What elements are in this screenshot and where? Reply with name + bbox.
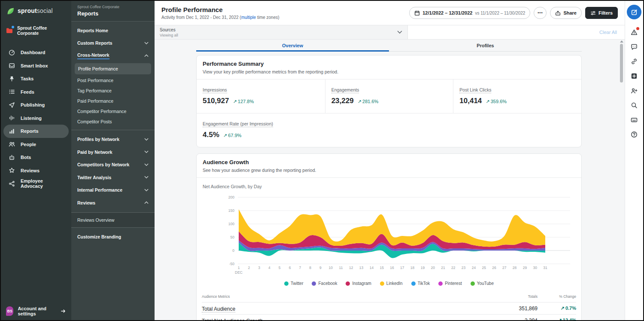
metric-label[interactable]: Post Link Clicks — [459, 87, 491, 93]
svg-text:DEC: DEC — [235, 270, 243, 275]
legend-item-tiktok[interactable]: TikTok — [411, 281, 430, 286]
legend-item-pinterest[interactable]: Pinterest — [438, 281, 462, 286]
reports-section-reports-home[interactable]: Reports Home — [71, 24, 155, 37]
sidebar-item-label: Publishing — [21, 102, 45, 107]
sidebar-item-feeds[interactable]: Feeds — [3, 86, 69, 99]
reports-section-paid-by-network[interactable]: Paid by Network — [71, 146, 155, 159]
reports-entry-label: Internal Performance — [77, 187, 122, 193]
avatar: BS — [6, 306, 13, 316]
legend-label: Instagram — [352, 281, 371, 286]
sidebar-item-dashboard[interactable]: Dashboard — [3, 46, 69, 59]
divider — [71, 227, 155, 228]
sprout-logo[interactable]: sproutsocial — [1, 1, 71, 19]
reports-item-reviews-overview[interactable]: Reviews Overview — [71, 213, 155, 227]
metric-label[interactable]: Engagements — [331, 87, 359, 93]
invite-button[interactable] — [631, 83, 638, 98]
chart-label: Net Audience Growth, by Day — [197, 178, 581, 189]
filters-button[interactable]: Filters — [585, 7, 618, 19]
metric-label[interactable]: Impressions — [203, 87, 227, 93]
sidebar-item-bots[interactable]: Bots — [3, 151, 69, 164]
date-range-picker[interactable]: 12/1/2022 – 12/31/2022 vs 11/1/2022 – 11… — [409, 7, 530, 19]
svg-text:27: 27 — [502, 266, 507, 270]
legend-label: Facebook — [318, 281, 337, 286]
share-button[interactable]: Share — [550, 7, 582, 19]
reports-item-profile-performance[interactable]: Profile Performance — [75, 63, 151, 74]
help-button[interactable] — [631, 127, 638, 142]
sidebar-item-label: Employee Advocacy — [21, 178, 65, 189]
summary-description: View your key profile performance metric… — [203, 69, 575, 74]
row-metric-label[interactable]: Total Net Audience Growth — [202, 318, 263, 321]
legend-item-youtube[interactable]: YouTube — [471, 281, 494, 286]
sidebar-item-reports[interactable]: Reports — [3, 125, 69, 138]
reports-entry-label: Paid by Network — [77, 150, 112, 155]
chevron-down-icon — [144, 150, 149, 153]
chevron-up-icon — [144, 54, 149, 57]
reports-section-custom-reports[interactable]: Custom Reports — [71, 37, 155, 50]
alerts-button[interactable] — [631, 25, 638, 40]
reports-entry-label: Profiles by Network — [77, 137, 119, 142]
primary-nav: DashboardSmart InboxTasksFeedsPublishing… — [1, 46, 71, 303]
sidebar-item-smart-inbox[interactable]: Smart Inbox — [3, 59, 69, 73]
reports-item-tag-performance[interactable]: Tag Performance — [71, 86, 155, 96]
reports-entry-label: Cross-Network — [77, 52, 109, 59]
svg-text:19: 19 — [421, 266, 425, 270]
sidebar-item-reviews[interactable]: Reviews — [3, 164, 69, 177]
scrollbar[interactable] — [620, 40, 623, 315]
legend-item-linkedin[interactable]: LinkedIn — [380, 281, 403, 286]
report-content: OverviewProfiles Performance Summary Vie… — [155, 40, 625, 320]
sidebar-item-publishing[interactable]: Publishing — [3, 98, 69, 112]
audience-growth-card: Audience Growth See how your audience gr… — [196, 153, 582, 320]
feedback-icon — [631, 43, 638, 50]
reports-section-internal-performance[interactable]: Internal Performance — [71, 184, 155, 197]
clear-all-button[interactable]: Clear All — [599, 30, 617, 35]
svg-text:14: 14 — [370, 266, 374, 270]
legend-label: LinkedIn — [386, 281, 403, 286]
legend-item-instagram[interactable]: Instagram — [346, 281, 371, 286]
more-options-button[interactable]: ••• — [534, 7, 547, 19]
feedback-button[interactable] — [631, 40, 638, 54]
col-header-totals: Totals — [486, 294, 538, 299]
scroll-up-arrow[interactable] — [620, 40, 623, 43]
reports-section-competitors-by-network[interactable]: Competitors by Network — [71, 159, 155, 171]
sidebar-item-employee-advocacy[interactable]: Employee Advocacy — [3, 177, 69, 190]
sidebar-item-listening[interactable]: Listening — [3, 112, 69, 125]
tab-profiles[interactable]: Profiles — [389, 41, 582, 51]
compose-button[interactable] — [627, 5, 641, 19]
reports-section-twitter-analysis[interactable]: Twitter Analysis — [71, 171, 155, 184]
account-and-settings[interactable]: BS Account and settings — [1, 303, 71, 320]
metric-change: ↗ 281.6% — [358, 99, 379, 104]
sidebar-item-tasks[interactable]: Tasks — [3, 72, 69, 86]
sidebar-item-label: Smart Inbox — [21, 63, 48, 68]
row-metric-label[interactable]: Total Audience — [202, 306, 235, 312]
add-button[interactable] — [631, 69, 638, 83]
sources-dropdown[interactable]: Sources Viewing all — [155, 25, 408, 39]
reports-entry-label: Paid Performance — [77, 98, 113, 104]
tab-overview[interactable]: Overview — [196, 41, 389, 51]
reports-item-competitor-performance[interactable]: Competitor Performance — [71, 106, 155, 116]
reports-section-profiles-by-network[interactable]: Profiles by Network — [71, 133, 155, 146]
reports-section-customize-branding[interactable]: Customize Branding — [71, 231, 155, 244]
legend-item-facebook[interactable]: Facebook — [312, 281, 337, 286]
reports-item-post-performance[interactable]: Post Performance — [71, 75, 155, 86]
account-switcher[interactable]: Sprout Coffee Corporate — [1, 19, 71, 38]
sidebar-item-people[interactable]: People — [3, 138, 69, 151]
scrollbar-thumb[interactable] — [620, 44, 623, 83]
report-tabs: OverviewProfiles — [196, 41, 582, 52]
sidebar-item-label: Tasks — [21, 76, 33, 81]
svg-text:-50: -50 — [229, 262, 235, 266]
svg-text:9: 9 — [319, 266, 322, 270]
link-button[interactable] — [631, 54, 638, 69]
reports-section-cross-network[interactable]: Cross-Network — [71, 49, 155, 62]
keyboard-button[interactable] — [631, 113, 638, 127]
multiple-timezones-link[interactable]: multiple — [241, 15, 256, 20]
metric-label[interactable]: Engagement Rate (per Impression) — [203, 121, 273, 127]
table-row-total-net-audience-growth: Total Net Audience Growth 2,394 ↗ 12.4% — [202, 314, 576, 320]
reports-item-competitor-posts[interactable]: Competitor Posts — [71, 116, 155, 127]
svg-text:1: 1 — [238, 266, 240, 270]
compose-icon — [631, 9, 638, 16]
search-button[interactable] — [631, 98, 638, 113]
svg-text:100: 100 — [228, 222, 234, 226]
legend-item-twitter[interactable]: Twitter — [284, 281, 303, 286]
reports-item-paid-performance[interactable]: Paid Performance — [71, 96, 155, 106]
reports-section-reviews[interactable]: Reviews — [71, 196, 155, 209]
